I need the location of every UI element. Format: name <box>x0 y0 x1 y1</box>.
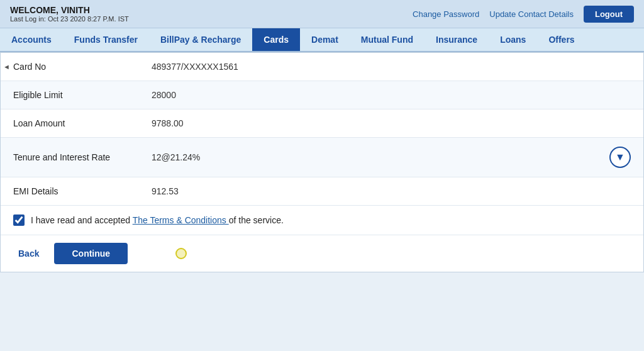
terms-checkbox[interactable] <box>13 214 25 226</box>
nav-item-cards[interactable]: Cards <box>252 28 300 51</box>
tenure-dropdown-button[interactable]: ▼ <box>609 147 631 168</box>
detail-row-eligible-limit: Eligible Limit 28000 <box>1 81 643 109</box>
label-tenure-interest: Tenure and Interest Rate <box>13 152 152 162</box>
detail-row-card-no: ◄ Card No 489377/XXXXXX1561 <box>1 53 643 81</box>
nav-item-mutual-fund[interactable]: Mutual Fund <box>350 28 425 51</box>
nav-bar: Accounts Funds Transfer BillPay & Rechar… <box>0 28 644 52</box>
nav-item-insurance[interactable]: Insurance <box>425 28 489 51</box>
back-button[interactable]: Back <box>13 245 44 262</box>
tenure-dropdown-action: ▼ <box>609 147 631 168</box>
detail-row-emi: EMI Details 912.53 <box>1 177 643 206</box>
value-card-no: 489377/XXXXXX1561 <box>152 62 631 72</box>
label-card-no: Card No <box>13 62 152 72</box>
last-login-text: Last Log in: Oct 23 2020 8:27 P.M. IST <box>10 15 129 23</box>
value-eligible-limit: 28000 <box>152 90 631 100</box>
logout-button[interactable]: Logout <box>584 6 634 23</box>
value-loan-amount: 9788.00 <box>152 118 631 128</box>
cursor-indicator <box>175 248 187 259</box>
header-left: WELCOME, VINITH Last Log in: Oct 23 2020… <box>10 5 129 23</box>
nav-item-accounts[interactable]: Accounts <box>0 28 63 51</box>
nav-item-loans[interactable]: Loans <box>489 28 537 51</box>
label-loan-amount: Loan Amount <box>13 118 152 128</box>
content-area: ◄ Card No 489377/XXXXXX1561 Eligible Lim… <box>0 52 644 272</box>
welcome-text: WELCOME, VINITH <box>10 5 129 15</box>
value-tenure-interest: 12@21.24% <box>152 152 597 162</box>
terms-prefix: I have read and accepted <box>31 215 133 225</box>
scroll-arrow-left: ◄ <box>3 63 10 70</box>
label-eligible-limit: Eligible Limit <box>13 90 152 100</box>
terms-row: I have read and accepted The Terms & Con… <box>1 206 643 235</box>
nav-item-funds-transfer[interactable]: Funds Transfer <box>63 28 149 51</box>
terms-link[interactable]: The Terms & Conditions <box>133 215 229 225</box>
footer-buttons: Back Continue <box>1 235 643 272</box>
continue-button[interactable]: Continue <box>54 243 128 264</box>
terms-label: I have read and accepted The Terms & Con… <box>31 215 284 225</box>
nav-item-offers[interactable]: Offers <box>537 28 586 51</box>
nav-item-demat[interactable]: Demat <box>300 28 350 51</box>
detail-row-loan-amount: Loan Amount 9788.00 <box>1 109 643 138</box>
update-contact-link[interactable]: Update Contact Details <box>489 9 574 19</box>
change-password-link[interactable]: Change Password <box>413 9 479 19</box>
value-emi: 912.53 <box>152 186 631 196</box>
header-right: Change Password Update Contact Details L… <box>413 6 634 23</box>
header: WELCOME, VINITH Last Log in: Oct 23 2020… <box>0 0 644 28</box>
chevron-down-icon: ▼ <box>615 152 625 163</box>
detail-row-tenure-interest: Tenure and Interest Rate 12@21.24% ▼ <box>1 138 643 177</box>
label-emi: EMI Details <box>13 186 152 196</box>
nav-item-billpay-recharge[interactable]: BillPay & Recharge <box>149 28 252 51</box>
terms-suffix: of the service. <box>229 215 284 225</box>
